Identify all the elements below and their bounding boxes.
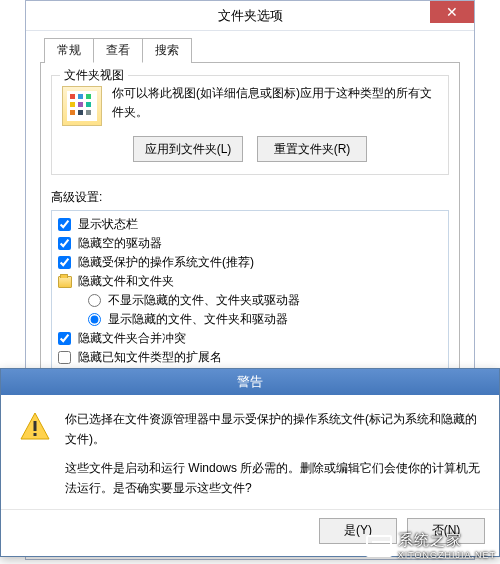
warning-line-1: 你已选择在文件资源管理器中显示受保护的操作系统文件(标记为系统和隐藏的文件)。 [65, 409, 481, 450]
radio-input[interactable] [88, 313, 101, 326]
apply-to-folders-button[interactable]: 应用到文件夹(L) [133, 136, 243, 162]
tree-item-label: 不显示隐藏的文件、文件夹或驱动器 [108, 292, 300, 309]
tree-item[interactable]: 隐藏受保护的操作系统文件(推荐) [58, 253, 442, 272]
folder-view-desc: 你可以将此视图(如详细信息或图标)应用于这种类型的所有文件夹。 [112, 84, 438, 122]
titlebar: 文件夹选项 ✕ [26, 1, 474, 31]
radio-input[interactable] [88, 294, 101, 307]
button-label: 重置文件夹(R) [274, 142, 351, 156]
warning-buttons: 是(Y) 否(N) [1, 509, 499, 556]
tree-item[interactable]: 隐藏文件夹合并冲突 [58, 329, 442, 348]
reset-folders-button[interactable]: 重置文件夹(R) [257, 136, 367, 162]
tree-item[interactable]: 隐藏文件和文件夹 [58, 272, 442, 291]
warning-dialog: 警告 你已选择在文件资源管理器中显示受保护的操作系统文件(标记为系统和隐藏的文件… [0, 368, 500, 557]
no-button[interactable]: 否(N) [407, 518, 485, 544]
tree-item-label: 显示隐藏的文件、文件夹和驱动器 [108, 311, 288, 328]
tree-item-label: 隐藏已知文件类型的扩展名 [78, 349, 222, 366]
dialog-title: 文件夹选项 [218, 7, 283, 25]
warning-text: 你已选择在文件资源管理器中显示受保护的操作系统文件(标记为系统和隐藏的文件)。 … [65, 409, 481, 499]
folder-view-icon [62, 86, 102, 126]
warning-body: 你已选择在文件资源管理器中显示受保护的操作系统文件(标记为系统和隐藏的文件)。 … [1, 395, 499, 509]
tree-item[interactable]: 隐藏空的驱动器 [58, 234, 442, 253]
checkbox-input[interactable] [58, 237, 71, 250]
warning-icon [19, 411, 51, 443]
tree-item-label: 显示状态栏 [78, 216, 138, 233]
close-button[interactable]: ✕ [430, 1, 474, 23]
checkbox-input[interactable] [58, 332, 71, 345]
tree-item[interactable]: 不显示隐藏的文件、文件夹或驱动器 [58, 291, 442, 310]
tab-search[interactable]: 搜索 [142, 38, 192, 63]
tab-label: 常规 [57, 43, 81, 57]
yes-button[interactable]: 是(Y) [319, 518, 397, 544]
button-label: 否(N) [432, 523, 461, 537]
tree-item[interactable]: 显示隐藏的文件、文件夹和驱动器 [58, 310, 442, 329]
tree-item-label: 隐藏受保护的操作系统文件(推荐) [78, 254, 254, 271]
advanced-settings-label: 高级设置: [51, 189, 449, 206]
tree-item[interactable]: 隐藏已知文件类型的扩展名 [58, 348, 442, 367]
tree-item[interactable]: 显示状态栏 [58, 215, 442, 234]
folder-view-group: 文件夹视图 你可以将此视图(如详细信息或图标)应用于这种类型的所有文件夹。 应用… [51, 75, 449, 175]
folder-icon [58, 276, 72, 288]
close-icon: ✕ [446, 4, 458, 20]
group-legend: 文件夹视图 [60, 67, 128, 84]
tree-item-label: 隐藏文件夹合并冲突 [78, 330, 186, 347]
button-label: 是(Y) [344, 523, 372, 537]
tab-label: 搜索 [155, 43, 179, 57]
warning-line-2: 这些文件是启动和运行 Windows 所必需的。删除或编辑它们会使你的计算机无法… [65, 458, 481, 499]
tab-view[interactable]: 查看 [93, 38, 143, 63]
warning-title: 警告 [1, 369, 499, 395]
tab-label: 查看 [106, 43, 130, 57]
button-label: 应用到文件夹(L) [145, 142, 232, 156]
tree-item-label: 隐藏文件和文件夹 [78, 273, 174, 290]
tabs: 常规 查看 搜索 [44, 37, 474, 62]
tab-general[interactable]: 常规 [44, 38, 94, 63]
checkbox-input[interactable] [58, 256, 71, 269]
svg-rect-1 [34, 421, 37, 431]
checkbox-input[interactable] [58, 218, 71, 231]
checkbox-input[interactable] [58, 351, 71, 364]
svg-rect-2 [34, 433, 37, 436]
tree-item-label: 隐藏空的驱动器 [78, 235, 162, 252]
